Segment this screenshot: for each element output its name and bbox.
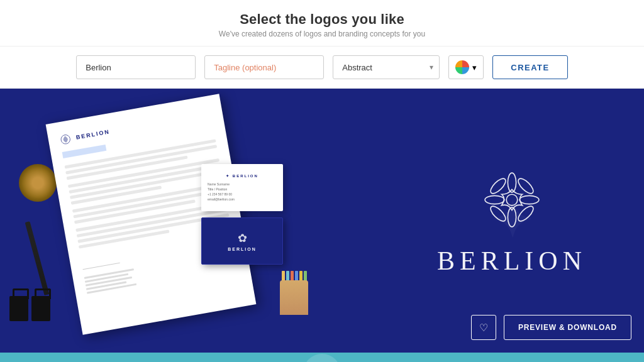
heart-icon: ♡ — [479, 322, 488, 334]
tagline-input[interactable] — [204, 55, 324, 79]
svg-point-6 — [488, 176, 508, 195]
business-card-navy: ✿ BERLION — [201, 217, 283, 265]
bottom-strip — [0, 353, 644, 362]
pencil-tube — [280, 280, 308, 315]
pencil-holder — [280, 280, 308, 315]
toolbar: Abstract Classic Modern Vintage Minimal … — [0, 47, 644, 89]
business-cards-area: ✦ BERLION Name Surname Title / Position … — [201, 164, 283, 265]
twine-decoration — [19, 164, 57, 202]
svg-point-4 — [485, 195, 504, 204]
favorite-button[interactable]: ♡ — [471, 315, 496, 340]
svg-point-8 — [488, 204, 508, 223]
style-select[interactable]: Abstract Classic Modern Vintage Minimal — [333, 55, 440, 79]
main-content: BERLION — [0, 89, 644, 353]
business-card-white: ✦ BERLION Name Surname Title / Position … — [201, 164, 283, 211]
paper-logo-icon — [59, 133, 72, 146]
style-select-wrapper[interactable]: Abstract Classic Modern Vintage Minimal — [333, 55, 440, 79]
svg-point-7 — [516, 176, 535, 195]
page-header: Select the logos you like We've created … — [0, 0, 644, 47]
binder-clip-1 — [9, 296, 28, 321]
preview-download-button[interactable]: PREVIEW & DOWNLOAD — [504, 315, 631, 340]
binder-clip-2 — [31, 296, 50, 321]
logo-display: ✦ BERLION ♡ — [380, 89, 644, 353]
bottom-logo-partial — [303, 354, 341, 362]
mockup-area: BERLION — [0, 89, 358, 353]
svg-point-1 — [506, 194, 518, 206]
action-buttons-area: ♡ PREVIEW & DOWNLOAD — [471, 315, 631, 340]
svg-point-9 — [516, 204, 535, 223]
color-wheel-icon — [455, 60, 469, 74]
brand-name-input[interactable] — [76, 55, 196, 79]
logo-brand-name: BERLION — [437, 246, 587, 276]
svg-point-5 — [519, 195, 539, 204]
page-subtitle: We've created dozens of logos and brandi… — [0, 30, 644, 38]
pen-decoration — [25, 221, 50, 295]
create-button[interactable]: CREATE — [492, 55, 567, 79]
color-picker-button[interactable]: ▾ — [448, 55, 484, 79]
page-title: Select the logos you like — [0, 11, 644, 28]
chevron-down-icon: ▾ — [472, 63, 477, 72]
logo-flower-icon — [477, 165, 547, 234]
binder-clips-area — [9, 296, 50, 321]
